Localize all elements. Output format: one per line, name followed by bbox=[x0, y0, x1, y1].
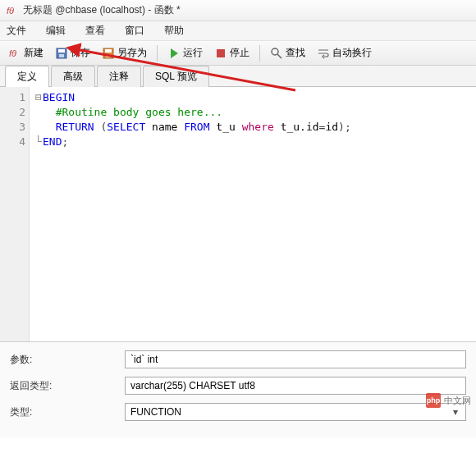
wrap-label: 自动换行 bbox=[332, 46, 372, 60]
save-icon bbox=[55, 47, 68, 60]
save-label: 保存 bbox=[71, 46, 90, 60]
menu-help[interactable]: 帮助 bbox=[164, 24, 184, 38]
svg-text:fθ: fθ bbox=[9, 48, 16, 58]
watermark: php 中文网 bbox=[426, 393, 471, 408]
params-input[interactable] bbox=[125, 350, 466, 368]
saveas-icon bbox=[102, 47, 115, 60]
line-number: 3 bbox=[0, 120, 25, 135]
properties-panel: 参数: 返回类型: 类型: FUNCTION ▾ bbox=[0, 341, 476, 437]
stop-label: 停止 bbox=[230, 46, 249, 60]
line-number: 4 bbox=[0, 135, 25, 149]
tab-define[interactable]: 定义 bbox=[5, 66, 49, 87]
tab-advanced[interactable]: 高级 bbox=[51, 66, 95, 87]
menu-edit[interactable]: 编辑 bbox=[46, 24, 66, 38]
run-label: 运行 bbox=[183, 46, 203, 60]
find-label: 查找 bbox=[286, 46, 305, 60]
code-keyword: where bbox=[242, 121, 274, 133]
tab-comment[interactable]: 注释 bbox=[97, 66, 141, 87]
line-gutter: 1 2 3 4 bbox=[0, 87, 30, 341]
menu-file[interactable]: 文件 bbox=[7, 24, 26, 38]
code-op: ; bbox=[345, 121, 351, 133]
play-icon bbox=[167, 47, 181, 60]
saveas-button[interactable]: 另存为 bbox=[97, 43, 152, 62]
params-row: 参数: bbox=[10, 350, 466, 368]
code-op: ) bbox=[338, 121, 345, 133]
code-keyword: BEGIN bbox=[43, 91, 75, 103]
stop-icon bbox=[214, 47, 227, 60]
titlebar: fθ 无标题 @chbase (localhost) - 函数 * bbox=[0, 0, 476, 21]
returntype-row: 返回类型: bbox=[10, 377, 466, 395]
find-button[interactable]: 查找 bbox=[265, 43, 310, 62]
wrap-icon bbox=[317, 47, 330, 60]
code-ident: t_u.id bbox=[274, 121, 319, 133]
function-app-icon: fθ bbox=[5, 4, 18, 17]
type-select[interactable]: FUNCTION ▾ bbox=[125, 403, 466, 421]
code-keyword: SELECT bbox=[107, 121, 145, 133]
chevron-down-icon: ▾ bbox=[449, 406, 462, 418]
toolbar: fθ 新建 保存 另存为 运行 停止 查找 自 bbox=[0, 41, 476, 66]
code-keyword: RETURN bbox=[43, 121, 100, 133]
stop-button[interactable]: 停止 bbox=[209, 43, 254, 62]
code-area[interactable]: ⊟BEGIN #Routine body goes here... RETURN… bbox=[30, 87, 476, 341]
svg-point-10 bbox=[272, 48, 278, 55]
fold-icon[interactable]: ⊟ bbox=[34, 90, 43, 105]
svg-rect-7 bbox=[106, 54, 111, 57]
menu-view[interactable]: 查看 bbox=[85, 24, 105, 38]
code-ident: name bbox=[145, 121, 184, 133]
line-number: 1 bbox=[0, 90, 25, 105]
new-button[interactable]: fθ 新建 bbox=[3, 43, 48, 62]
code-op: ; bbox=[62, 135, 68, 148]
svg-rect-6 bbox=[105, 49, 112, 53]
svg-rect-4 bbox=[59, 54, 64, 57]
returntype-label: 返回类型: bbox=[10, 379, 125, 393]
search-icon bbox=[270, 47, 283, 60]
svg-text:fθ: fθ bbox=[7, 6, 14, 16]
returntype-input[interactable] bbox=[125, 377, 466, 395]
menu-window[interactable]: 窗口 bbox=[125, 24, 144, 38]
code-keyword: END bbox=[43, 135, 62, 148]
saveas-label: 另存为 bbox=[117, 46, 147, 60]
code-ident: id bbox=[325, 121, 338, 133]
watermark-logo: php bbox=[426, 393, 441, 408]
code-editor[interactable]: 1 2 3 4 ⊟BEGIN #Routine body goes here..… bbox=[0, 87, 476, 341]
menubar: 文件 编辑 查看 窗口 帮助 bbox=[0, 21, 476, 41]
svg-marker-8 bbox=[171, 48, 178, 58]
new-label: 新建 bbox=[24, 46, 43, 60]
tabbar: 定义 高级 注释 SQL 预览 bbox=[0, 66, 476, 87]
code-comment: #Routine body goes here... bbox=[43, 106, 222, 118]
toolbar-separator bbox=[259, 45, 260, 62]
toolbar-separator bbox=[157, 45, 158, 62]
type-row: 类型: FUNCTION ▾ bbox=[10, 403, 466, 421]
line-number: 2 bbox=[0, 105, 25, 120]
svg-line-11 bbox=[277, 54, 281, 58]
type-select-value: FUNCTION bbox=[130, 406, 181, 418]
code-keyword: FROM bbox=[184, 121, 209, 133]
window-title: 无标题 @chbase (localhost) - 函数 * bbox=[23, 3, 181, 17]
function-icon: fθ bbox=[8, 47, 21, 60]
watermark-text: 中文网 bbox=[444, 395, 471, 407]
tab-sqlpreview[interactable]: SQL 预览 bbox=[143, 66, 209, 87]
run-button[interactable]: 运行 bbox=[162, 43, 208, 62]
params-label: 参数: bbox=[10, 353, 125, 367]
type-label: 类型: bbox=[10, 405, 125, 419]
wrap-button[interactable]: 自动换行 bbox=[312, 43, 377, 62]
fold-end-icon: └ bbox=[34, 135, 43, 149]
save-button[interactable]: 保存 bbox=[50, 43, 95, 62]
code-ident: t_u bbox=[210, 121, 242, 133]
svg-rect-9 bbox=[217, 49, 225, 57]
svg-rect-3 bbox=[58, 49, 65, 53]
